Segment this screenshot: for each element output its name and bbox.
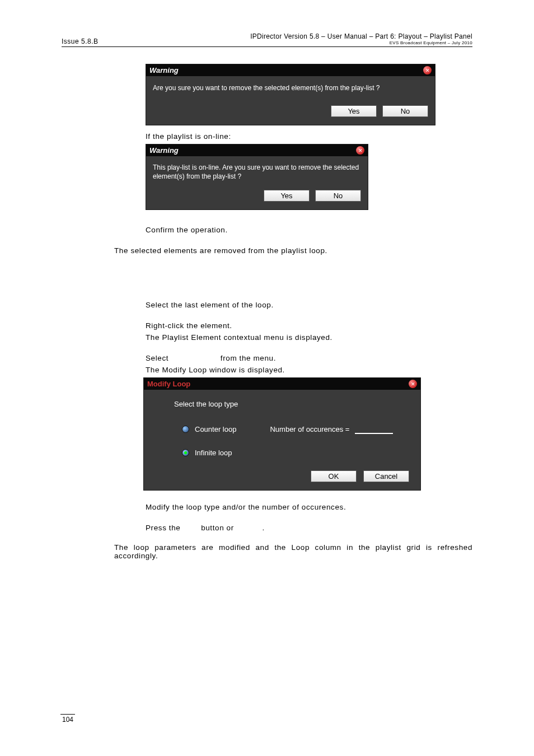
text-press-pre: Press the bbox=[146, 524, 183, 532]
text-removed: The selected elements are removed from t… bbox=[114, 246, 472, 255]
infinite-loop-row: Infinite loop bbox=[174, 449, 398, 457]
infinite-loop-radio[interactable] bbox=[182, 449, 189, 456]
text-online: If the playlist is on-line: bbox=[146, 132, 472, 141]
dialog-title: Warning bbox=[149, 66, 179, 74]
text-press-post: . bbox=[263, 524, 265, 532]
dialog-titlebar: Warning ✕ bbox=[146, 144, 368, 156]
text-modify-shown: The Modify Loop window is displayed. bbox=[146, 366, 472, 374]
warning-dialog-remove: Warning ✕ Are you sure you want to remov… bbox=[146, 64, 435, 125]
text-select-post: from the menu. bbox=[221, 354, 276, 362]
text-confirm: Confirm the operation. bbox=[146, 226, 472, 234]
text-select-last: Select the last element of the loop. bbox=[146, 301, 472, 309]
yes-button[interactable]: Yes bbox=[331, 105, 377, 117]
header-title: IPDirector Version 5.8 – User Manual – P… bbox=[250, 32, 472, 40]
dialog-buttons: Yes No bbox=[146, 100, 435, 125]
dialog-title: Modify Loop bbox=[147, 380, 190, 388]
radio-selected-dot bbox=[184, 451, 187, 454]
content: Warning ✕ Are you sure you want to remov… bbox=[62, 64, 472, 560]
modify-loop-dialog: Modify Loop ✕ Select the loop type Count… bbox=[143, 377, 421, 491]
no-button[interactable]: No bbox=[382, 105, 428, 117]
page-header: Issue 5.8.B IPDirector Version 5.8 – Use… bbox=[62, 32, 472, 47]
close-icon[interactable]: ✕ bbox=[356, 146, 364, 155]
cancel-button[interactable]: Cancel bbox=[363, 470, 409, 482]
occurences-input[interactable] bbox=[355, 424, 393, 434]
warning-dialog-remove-online: Warning ✕ This play-list is on-line. Are… bbox=[146, 144, 368, 210]
dialog-titlebar: Warning ✕ bbox=[146, 64, 435, 76]
text-press: Press the button or . bbox=[146, 524, 472, 532]
close-icon[interactable]: ✕ bbox=[409, 380, 417, 388]
dialog-body: Select the loop type Counter loop Number… bbox=[144, 390, 420, 459]
text-select-pre: Select bbox=[146, 354, 171, 362]
ok-button[interactable]: OK bbox=[311, 470, 357, 482]
no-button[interactable]: No bbox=[315, 190, 361, 202]
dialog-titlebar: Modify Loop ✕ bbox=[144, 378, 420, 390]
select-loop-type-label: Select the loop type bbox=[174, 400, 398, 408]
page-number: 104 bbox=[60, 714, 75, 724]
header-subtitle: EVS Broadcast Equipment – July 2010 bbox=[250, 40, 472, 45]
dialog-message: This play-list is on-line. Are you sure … bbox=[146, 156, 368, 184]
dialog-message: Are you sure you want to remove the sele… bbox=[146, 76, 435, 100]
text-select-menu: Select from the menu. bbox=[146, 354, 472, 362]
document-page: Issue 5.8.B IPDirector Version 5.8 – Use… bbox=[0, 0, 534, 756]
text-modify-type: Modify the loop type and/or the number o… bbox=[146, 503, 472, 511]
issue-label: Issue 5.8.B bbox=[62, 38, 99, 45]
dialog-title: Warning bbox=[149, 146, 179, 155]
dialog-buttons: Yes No bbox=[146, 184, 368, 209]
close-icon[interactable]: ✕ bbox=[423, 66, 432, 74]
header-right: IPDirector Version 5.8 – User Manual – P… bbox=[250, 32, 472, 45]
infinite-loop-label: Infinite loop bbox=[195, 449, 232, 457]
occurences-label: Number of occurences = bbox=[270, 425, 349, 433]
text-contextual: The Playlist Element contextual menu is … bbox=[146, 333, 472, 342]
text-press-mid: button or bbox=[201, 524, 236, 532]
text-right-click: Right-click the element. bbox=[146, 321, 472, 330]
counter-loop-row: Counter loop Number of occurences = bbox=[174, 424, 398, 434]
text-loop-params: The loop parameters are modified and the… bbox=[114, 543, 472, 560]
counter-loop-radio[interactable] bbox=[182, 426, 189, 433]
counter-loop-label: Counter loop bbox=[195, 425, 236, 433]
dialog-buttons: OK Cancel bbox=[144, 459, 420, 490]
yes-button[interactable]: Yes bbox=[264, 190, 310, 202]
